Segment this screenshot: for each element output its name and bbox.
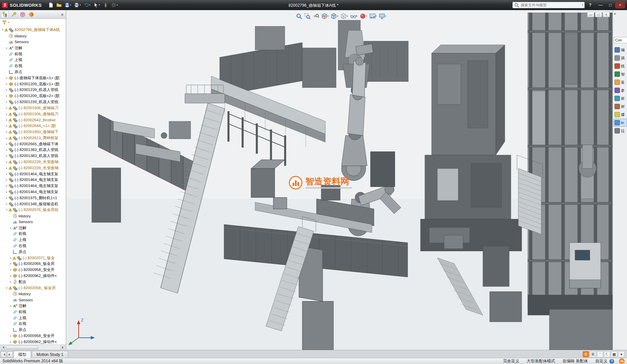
tab-scroll-left-button[interactable] bbox=[1, 352, 6, 358]
tree-item[interactable]: 右视 bbox=[0, 243, 66, 249]
help-button[interactable]: ? bbox=[587, 3, 594, 7]
taskpane-item-4[interactable]: 智 bbox=[614, 70, 627, 78]
document-restore-button[interactable]: □ bbox=[595, 12, 602, 17]
taskpane-collapse-button[interactable]: « bbox=[614, 11, 627, 16]
tree-item[interactable]: ▸(-) 82001239_机器人管线 bbox=[0, 99, 66, 105]
view-settings-dropdown-icon[interactable]: ▾ bbox=[385, 15, 386, 18]
tree-item[interactable]: ▸(-) 82002066_钣金房 bbox=[0, 261, 66, 267]
undo-dropdown-icon[interactable]: ▾ bbox=[89, 4, 91, 6]
expand-arrow-icon[interactable]: ▸ bbox=[5, 124, 8, 127]
tree-item[interactable]: 上视 bbox=[0, 315, 66, 321]
tree-item[interactable]: ▸(-) 82002644_<1> (默 bbox=[0, 123, 66, 129]
expand-arrow-icon[interactable]: ▸ bbox=[9, 262, 12, 265]
taskpane-item-5[interactable]: 装 bbox=[614, 78, 627, 86]
graphics-viewport[interactable]: Z ▾▾▾▾▾▾▾ —□× 智造资料网 bbox=[66, 10, 612, 350]
document-close-button[interactable]: × bbox=[603, 12, 610, 17]
tree-item[interactable]: ▸(-) 82001383_机器人管线 bbox=[0, 147, 66, 153]
window-close-button[interactable]: × bbox=[615, 2, 625, 8]
status-item-4[interactable]: 自定义 bbox=[595, 358, 607, 364]
tree-item[interactable]: ▸(-) 82000962_操动件< bbox=[0, 339, 66, 344]
fullwidth-mode-icon[interactable]: ☾ bbox=[604, 351, 610, 357]
print-button[interactable]: ▾ bbox=[73, 2, 82, 8]
document-tab-1[interactable]: 模型 bbox=[13, 351, 31, 358]
expand-arrow-icon[interactable]: ▸ bbox=[9, 340, 12, 343]
expand-arrow-icon[interactable]: ▸ bbox=[5, 107, 8, 110]
tree-item[interactable]: ▸(-) 82001975_翻转机1<1 bbox=[0, 195, 66, 201]
tree-item[interactable]: ▸(-) 82002071_钣金 bbox=[0, 255, 66, 261]
tree-item[interactable]: Sensors bbox=[0, 39, 66, 45]
expand-arrow-icon[interactable]: ▸ bbox=[5, 160, 8, 163]
taskpane-item-6[interactable]: 参 bbox=[614, 86, 627, 94]
view-orientation-dropdown-icon[interactable]: ▾ bbox=[337, 15, 338, 18]
tree-item[interactable]: ▸(-) 82001209_底板<1> (默 bbox=[0, 81, 66, 87]
search-box[interactable]: ▾ bbox=[512, 2, 585, 8]
section-view-dropdown-icon[interactable]: ▾ bbox=[327, 15, 329, 18]
tree-item[interactable]: ▸(-) 82001506_曲轴箱刀 bbox=[0, 105, 66, 111]
document-minimize-button[interactable]: — bbox=[587, 12, 594, 17]
scroll-track[interactable] bbox=[5, 345, 60, 350]
previous-view-button[interactable] bbox=[312, 13, 319, 20]
tree-item[interactable]: 前视 bbox=[0, 51, 66, 57]
tree-item[interactable]: ▾82002796_曲轴箱下体A线 bbox=[0, 27, 66, 33]
tree-item[interactable]: ▸A注解 bbox=[0, 45, 66, 51]
tree-item[interactable]: ▸(-) 82001209_底板<2> (默 bbox=[0, 93, 66, 99]
search-options-dropdown-icon[interactable]: ▾ bbox=[582, 4, 583, 6]
expand-arrow-icon[interactable]: ▸ bbox=[5, 166, 8, 170]
taskpane-item-8[interactable]: 材 bbox=[614, 102, 627, 111]
open-button[interactable] bbox=[55, 2, 63, 8]
zoom-to-fit-button[interactable] bbox=[296, 13, 302, 20]
view-settings-button[interactable]: ▾ bbox=[379, 13, 387, 20]
tree-item[interactable]: 原点 bbox=[0, 249, 66, 255]
configurationmanager-tab[interactable] bbox=[19, 11, 26, 18]
tree-item[interactable]: ▸(-) 82001464_电主轴支架 bbox=[0, 183, 66, 189]
tree-item[interactable]: ▸(-) 82001850_曲轴箱下 bbox=[0, 129, 66, 135]
expand-arrow-icon[interactable]: ▸ bbox=[5, 143, 8, 146]
taskpane-item-3[interactable]: 线 bbox=[614, 62, 627, 70]
tree-item[interactable]: ▸(-) 82002239_长安曲轴 bbox=[0, 159, 66, 165]
window-restore-button[interactable]: □ bbox=[605, 2, 615, 8]
save-button[interactable]: ▾ bbox=[63, 2, 73, 8]
expand-arrow-icon[interactable]: ▸ bbox=[5, 148, 8, 151]
tree-item[interactable]: 上视 bbox=[0, 237, 66, 243]
expand-arrow-icon[interactable]: ▸ bbox=[9, 256, 12, 260]
soft-keyboard-icon[interactable]: ▦ bbox=[611, 351, 617, 357]
tree-item[interactable]: 右视 bbox=[0, 321, 66, 327]
displaymanager-tab[interactable] bbox=[27, 11, 35, 18]
tree-item[interactable]: ▸(-) 82002642_Brother bbox=[0, 117, 66, 123]
tree-item[interactable]: ▸(-) 82001239_机器人管线 bbox=[0, 87, 66, 93]
expand-arrow-icon[interactable]: ▸ bbox=[5, 154, 8, 157]
select-dropdown-icon[interactable]: ▾ bbox=[99, 4, 100, 6]
expand-arrow-icon[interactable]: ▸ bbox=[5, 113, 8, 116]
expand-arrow-icon[interactable]: ▸ bbox=[5, 118, 8, 121]
expand-arrow-icon[interactable]: ▸ bbox=[9, 334, 12, 337]
tree-item[interactable]: 原点 bbox=[0, 69, 66, 75]
expand-arrow-icon[interactable]: ▸ bbox=[9, 226, 12, 230]
tree-item[interactable]: ▾(-) 82002058_ 钣金房 bbox=[0, 285, 66, 291]
notification-badge[interactable]: 76 bbox=[619, 358, 625, 364]
language-mode-icon[interactable]: 英 bbox=[590, 351, 596, 357]
scroll-right-button[interactable] bbox=[60, 345, 66, 350]
expand-arrow-icon[interactable]: ▸ bbox=[5, 190, 8, 193]
display-style-dropdown-icon[interactable]: ▾ bbox=[347, 15, 348, 18]
expand-arrow-icon[interactable]: ▾ bbox=[5, 208, 8, 211]
apply-scene-button[interactable]: ▾ bbox=[369, 13, 377, 20]
hide-show-items-dropdown-icon[interactable]: ▾ bbox=[356, 15, 358, 18]
search-input[interactable] bbox=[521, 3, 580, 7]
taskpane-item-1[interactable]: 编 bbox=[614, 46, 627, 54]
rebuild-button[interactable] bbox=[102, 2, 109, 8]
select-button[interactable]: ▾ bbox=[92, 2, 101, 8]
tree-item[interactable]: ▸A注解 bbox=[0, 303, 66, 309]
tree-item[interactable]: ▸配合 bbox=[0, 279, 66, 285]
tree-item[interactable]: History bbox=[0, 33, 66, 39]
taskpane-item-10[interactable]: In bbox=[614, 119, 627, 127]
expand-arrow-icon[interactable]: ▸ bbox=[9, 274, 12, 277]
tree-item[interactable]: History bbox=[0, 213, 66, 219]
expand-arrow-icon[interactable]: ▸ bbox=[5, 130, 8, 133]
tree-item[interactable]: 前视 bbox=[0, 309, 66, 315]
expand-arrow-icon[interactable]: ▸ bbox=[9, 280, 12, 283]
tree-item[interactable]: ▸(-) 82001383_机器人管线 bbox=[0, 153, 66, 159]
tree-item[interactable]: ▸(-) 82000958_安全开 bbox=[0, 333, 66, 339]
expand-arrow-icon[interactable]: ▾ bbox=[1, 28, 4, 31]
scroll-left-button[interactable] bbox=[0, 345, 5, 350]
expand-arrow-icon[interactable]: ▸ bbox=[5, 77, 8, 80]
